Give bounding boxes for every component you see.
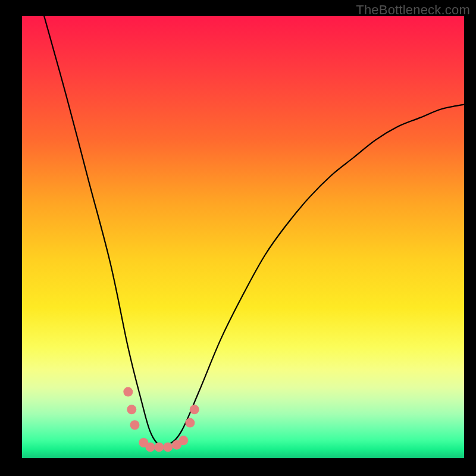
highlight-beads (123, 387, 199, 452)
bead (154, 442, 164, 452)
bead (123, 387, 133, 397)
curve-svg (22, 16, 464, 458)
bead (178, 436, 188, 445)
plot-area (22, 16, 464, 458)
chart-figure: TheBottleneck.com (0, 0, 476, 476)
bead (145, 442, 155, 452)
watermark-text: TheBottleneck.com (356, 2, 470, 18)
bead (163, 442, 173, 452)
bottleneck-curve (44, 16, 464, 447)
bead (190, 405, 199, 414)
bead (185, 418, 195, 428)
bead (130, 420, 139, 430)
bead (127, 405, 136, 414)
